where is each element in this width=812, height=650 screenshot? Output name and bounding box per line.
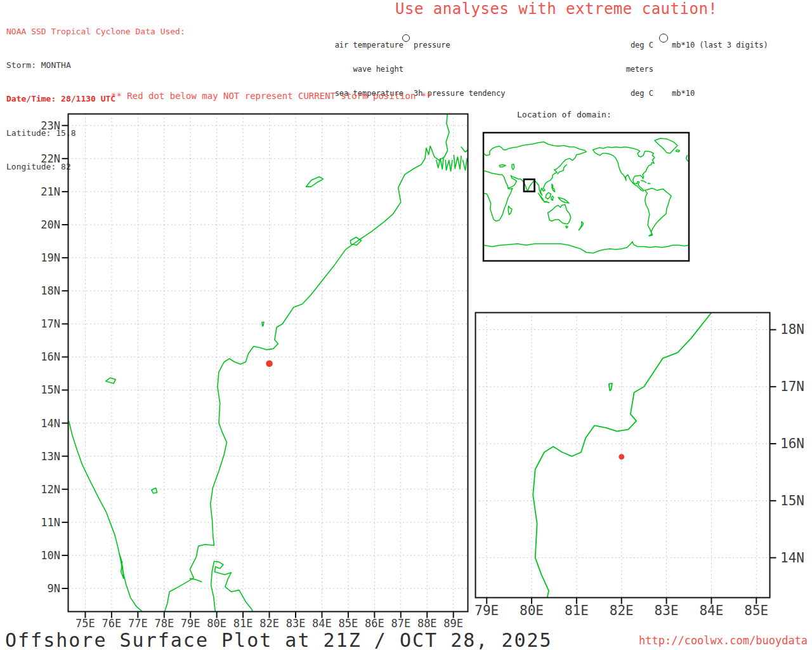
main-map-lon-label: 76E [102,617,122,630]
coastline [454,156,462,169]
coastline [544,201,549,202]
coastline [558,197,569,203]
main-map-lon-label: 85E [339,617,358,630]
main-map: 23N22N21N20N19N18N17N16N15N14N13N12N11N1… [41,110,468,630]
coastline [508,206,512,215]
world-map-inset-coastlines [483,138,689,253]
zoom-map-lat-label: 14N [780,550,804,566]
coastline [546,192,551,199]
source-url: http://coolwx.com/buoydata [639,634,808,647]
main-map-lat-label: 20N [41,218,60,231]
world-map-inset [483,133,689,261]
coastline [648,183,650,184]
coastline [499,165,506,167]
main-map-lon-label: 80E [207,617,226,630]
main-map-lon-label: 81E [233,617,253,630]
zoom-map-lat-label: 17N [780,379,804,394]
zoom-map-lon-label: 85E [744,603,768,618]
main-map-lat-label: 11N [41,516,60,529]
main-map-lon-label: 84E [312,617,332,630]
coastline [211,561,254,613]
coastline [579,222,583,230]
zoom-map-lat-label: 18N [780,322,804,337]
main-map-lat-label: 15N [41,383,60,396]
zoom-map-lat-label: 16N [780,436,804,451]
main-map-lon-label: 82E [259,617,279,630]
zoom-map-storm-dot [619,454,624,460]
main-map-lon-label: 78E [154,617,174,630]
coastline [512,164,514,169]
coastline [106,378,115,383]
plot-canvas: 23N22N21N20N19N18N17N16N15N14N13N12N11N1… [0,0,812,650]
main-map-lat-label: 9N [48,582,60,595]
coastline [552,184,555,192]
main-map-lon-label: 89E [443,617,463,630]
coastline [551,196,554,201]
coastline [152,488,157,493]
coastline [548,204,571,223]
zoom-map-lon-label: 80E [520,603,544,618]
main-map-lat-label: 10N [41,549,60,562]
main-map-lon-label: 88E [417,617,437,630]
main-map-lon-label: 87E [391,617,410,630]
main-map-lat-label: 14N [41,417,60,430]
plot-title: Offshore Surface Plot at 21Z / OCT 28, 2… [5,629,553,650]
coastline [442,19,812,650]
main-map-lat-label: 16N [41,350,60,363]
coastline [342,480,358,489]
coastline [445,160,452,171]
coastline [566,226,568,228]
zoom-map-lon-label: 83E [655,603,679,618]
main-map-lon-label: 79E [181,617,200,630]
coastline [760,237,779,251]
coastline [655,138,678,154]
zoom-map-lon-label: 82E [610,603,634,618]
coastline [641,180,646,182]
zoom-map-axes: 18N17N16N15N14N79E80E81E82E83E84E85E [475,322,804,618]
coastline [609,383,612,391]
zoom-map-lon-label: 81E [565,603,589,618]
main-map-lon-label: 86E [365,617,384,630]
main-map-lat-label: 12N [41,483,60,496]
main-map-lat-label: 23N [41,119,60,132]
coastline [69,421,143,613]
zoom-map-lon-label: 84E [699,603,723,618]
coastline [676,150,679,152]
main-map-storm-dot [266,361,273,368]
coastline [350,237,361,246]
coastline [558,165,566,175]
zoom-map-lon-label: 79E [475,603,499,618]
coastline [262,322,264,326]
coastline [190,578,201,581]
zoom-map-lat-label: 15N [780,493,804,508]
main-map-lat-label: 18N [41,284,60,297]
main-map-lat-label: 21N [41,185,60,198]
main-map-lat-label: 13N [41,450,60,463]
main-map-lon-label: 83E [286,617,306,630]
coastline [593,150,643,191]
coastline [306,177,324,187]
main-map-lon-label: 75E [75,617,95,630]
main-map-lat-label: 17N [41,317,60,330]
main-map-lat-label: 22N [41,152,60,165]
main-map-lon-label: 77E [128,617,148,630]
coastline [645,189,671,236]
coastline [686,156,688,161]
main-map-lat-label: 19N [41,251,60,264]
coastline [483,242,689,253]
coastline [483,189,513,222]
